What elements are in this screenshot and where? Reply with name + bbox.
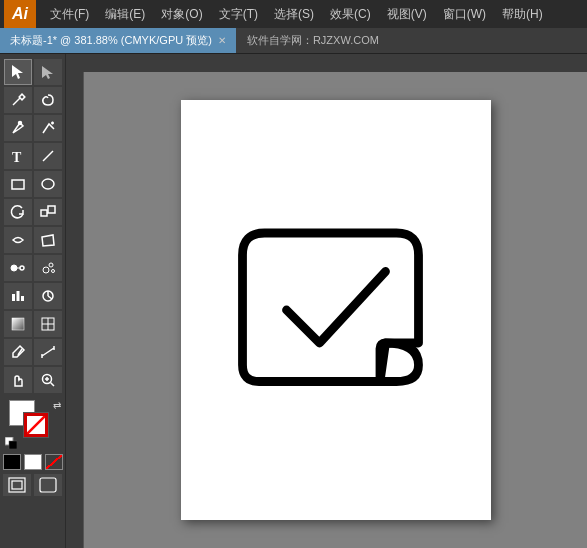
tool-row-2	[2, 87, 63, 113]
line-tool[interactable]	[34, 143, 62, 169]
none-swatch[interactable]	[45, 454, 63, 470]
svg-line-32	[42, 348, 54, 356]
svg-marker-14	[42, 235, 54, 246]
warp-tool[interactable]	[4, 227, 32, 253]
menu-select[interactable]: 选择(S)	[266, 0, 322, 28]
swap-colors-icon[interactable]: ⇄	[53, 400, 61, 411]
mini-swatches	[3, 454, 63, 470]
white-swatch[interactable]	[24, 454, 42, 470]
menu-effect[interactable]: 效果(C)	[322, 0, 379, 28]
free-distort-tool[interactable]	[34, 227, 62, 253]
type-tool[interactable]: T	[4, 143, 32, 169]
hand-tool[interactable]	[4, 367, 32, 393]
ruler-top	[66, 54, 587, 72]
toolbar-bottom	[0, 474, 65, 496]
svg-rect-27	[12, 318, 24, 330]
canvas-area	[66, 54, 587, 548]
svg-rect-46	[66, 54, 587, 72]
tool-row-11	[2, 339, 63, 365]
tool-row-3	[2, 115, 63, 141]
menu-text[interactable]: 文字(T)	[211, 0, 266, 28]
svg-point-20	[51, 270, 54, 273]
tool-row-10	[2, 311, 63, 337]
svg-line-8	[43, 151, 53, 161]
draw-mode-icon[interactable]	[3, 474, 31, 496]
tool-row-6	[2, 199, 63, 225]
reset-colors-icon[interactable]	[5, 437, 17, 452]
pen-tool[interactable]	[4, 115, 32, 141]
tab-inactive-label: 软件自学网：RJZXW.COM	[247, 33, 379, 48]
menu-object[interactable]: 对象(O)	[153, 0, 210, 28]
tool-row-12	[2, 367, 63, 393]
svg-point-15	[11, 265, 17, 271]
stroke-swatch[interactable]	[23, 412, 49, 438]
svg-point-18	[43, 267, 49, 273]
measure-tool[interactable]	[34, 339, 62, 365]
svg-marker-0	[12, 65, 23, 79]
add-anchor-tool[interactable]	[34, 115, 62, 141]
gradient-tool[interactable]	[4, 311, 32, 337]
direct-select-tool[interactable]	[34, 59, 62, 85]
svg-rect-21	[12, 294, 15, 301]
svg-rect-12	[48, 206, 55, 213]
canvas-content	[84, 72, 587, 548]
svg-text:T: T	[12, 150, 22, 164]
bar-graph-tool[interactable]	[4, 283, 32, 309]
symbol-spray-tool[interactable]	[34, 255, 62, 281]
tab-active-label: 未标题-1* @ 381.88% (CMYK/GPU 预览)	[10, 33, 212, 48]
artboard-icons	[3, 474, 62, 496]
tab-bar: 未标题-1* @ 381.88% (CMYK/GPU 预览) ✕ 软件自学网：R…	[0, 28, 587, 54]
tool-row-4: T	[2, 143, 63, 169]
tab-inactive[interactable]: 软件自学网：RJZXW.COM	[237, 28, 390, 53]
svg-rect-23	[21, 296, 24, 301]
main-area: T	[0, 54, 587, 548]
screen-mode-icon[interactable]	[34, 474, 62, 496]
artwork-svg	[226, 200, 446, 420]
lasso-tool[interactable]	[34, 87, 62, 113]
scale-tool[interactable]	[34, 199, 62, 225]
svg-point-19	[49, 263, 53, 267]
select-tool[interactable]	[4, 59, 32, 85]
magic-wand-tool[interactable]	[4, 87, 32, 113]
svg-rect-22	[16, 291, 19, 301]
menu-help[interactable]: 帮助(H)	[494, 0, 551, 28]
svg-rect-44	[12, 481, 22, 489]
menu-edit[interactable]: 编辑(E)	[97, 0, 153, 28]
mesh-tool[interactable]	[34, 311, 62, 337]
tool-row-9	[2, 283, 63, 309]
ruler-left	[66, 72, 84, 548]
menu-view[interactable]: 视图(V)	[379, 0, 435, 28]
svg-rect-11	[41, 210, 47, 216]
svg-line-40	[27, 416, 45, 434]
tab-active[interactable]: 未标题-1* @ 381.88% (CMYK/GPU 预览) ✕	[0, 28, 237, 53]
svg-marker-1	[42, 66, 53, 79]
rect-tool[interactable]	[4, 171, 32, 197]
toolbar: T	[0, 54, 66, 548]
svg-line-2	[13, 98, 20, 105]
app-logo: Ai	[4, 0, 36, 28]
zoom-tool[interactable]	[34, 367, 62, 393]
menu-file[interactable]: 文件(F)	[42, 0, 97, 28]
svg-rect-45	[40, 478, 56, 492]
svg-rect-9	[12, 180, 24, 189]
tool-row-5	[2, 171, 63, 197]
rotate-tool[interactable]	[4, 199, 32, 225]
menu-bar: Ai 文件(F) 编辑(E) 对象(O) 文字(T) 选择(S) 效果(C) 视…	[0, 0, 587, 28]
blend-tool[interactable]	[4, 255, 32, 281]
pie-graph-tool[interactable]	[34, 283, 62, 309]
tool-row-7	[2, 227, 63, 253]
tool-row-8	[2, 255, 63, 281]
eyedropper-tool[interactable]	[4, 339, 32, 365]
menu-window[interactable]: 窗口(W)	[435, 0, 494, 28]
svg-line-26	[48, 296, 52, 299]
tab-close-active[interactable]: ✕	[218, 35, 226, 46]
ellipse-tool[interactable]	[34, 171, 62, 197]
tool-row-1	[2, 59, 63, 85]
svg-rect-43	[9, 478, 25, 492]
menu-items: 文件(F) 编辑(E) 对象(O) 文字(T) 选择(S) 效果(C) 视图(V…	[42, 0, 551, 28]
white-canvas	[181, 100, 491, 520]
svg-line-37	[50, 383, 54, 387]
black-swatch[interactable]	[3, 454, 21, 470]
svg-rect-42	[9, 441, 17, 449]
svg-point-4	[18, 122, 21, 125]
